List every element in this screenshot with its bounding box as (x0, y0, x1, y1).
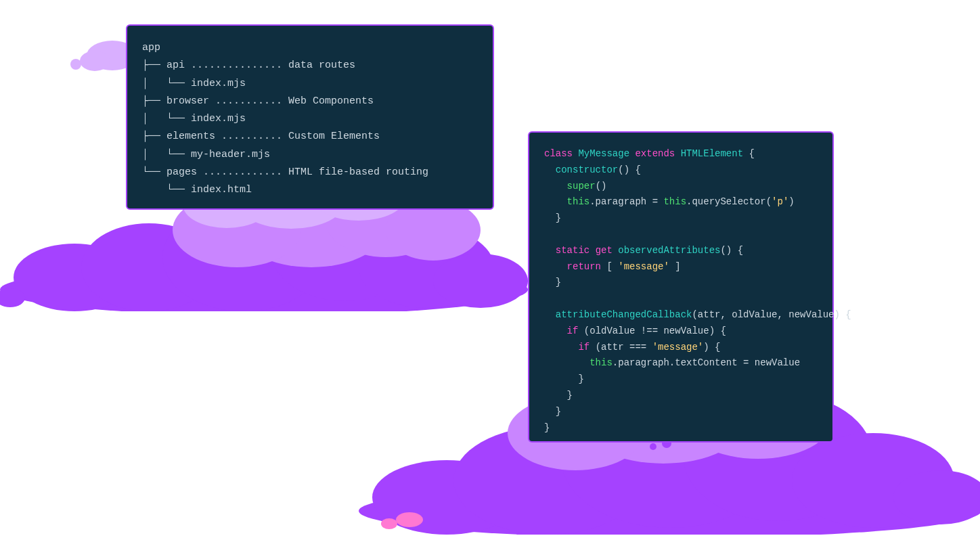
code-token: extends (635, 148, 680, 159)
code-token: super (567, 181, 596, 192)
code-token: if (567, 325, 584, 336)
code-token: } (544, 212, 561, 223)
code-token: ) (788, 196, 794, 207)
code-token: observedAttributes (618, 245, 720, 256)
code-token: HTMLElement (681, 148, 749, 159)
code-token: .querySelector( (686, 196, 772, 207)
tree-line: │ └── index.mjs (142, 78, 246, 89)
code-token: constructor (556, 164, 618, 175)
panel-code-class: class MyMessage extends HTMLElement { co… (528, 131, 834, 443)
code-token (544, 164, 556, 175)
tree-line: │ └── index.mjs (142, 113, 246, 125)
code-token: 'p' (772, 196, 788, 207)
code-token: } (544, 277, 561, 288)
code-token: this (663, 196, 686, 207)
code-token: () { (720, 245, 743, 256)
code-token: (oldValue !== newValue) { (584, 325, 726, 336)
code-token (544, 181, 567, 192)
code-token: ) { (703, 342, 720, 353)
tree-line: └── index.html (142, 184, 252, 196)
code-token: ] (669, 261, 681, 272)
code-token: 'message' (652, 342, 704, 353)
svg-point-31 (381, 518, 397, 529)
code-token: } (544, 422, 550, 433)
code-token (544, 261, 567, 272)
svg-point-6 (433, 254, 528, 308)
code-token: attributeChangedCallback (556, 309, 692, 320)
code-token: } (544, 406, 561, 417)
tree-line: ├── browser ........... Web Components (142, 95, 374, 107)
code-token (544, 325, 567, 336)
code-token: () { (618, 164, 641, 175)
code-token (544, 357, 589, 368)
code-token: [ (606, 261, 618, 272)
code-token (544, 309, 556, 320)
code-token: get (596, 245, 619, 256)
code-token: if (578, 342, 595, 353)
panel-directory-tree: app ├── api ............... data routes … (126, 24, 494, 210)
code-token (544, 196, 567, 207)
code-token: this (567, 196, 590, 207)
code-token: class (544, 148, 578, 159)
svg-point-33 (650, 443, 656, 450)
tree-line: app (142, 42, 160, 53)
svg-point-17 (70, 59, 81, 70)
code-token: (attr, oldValue, newValue) { (692, 309, 851, 320)
stage: app ├── api ............... data routes … (0, 0, 980, 540)
tree-line: ├── elements .......... Custom Elements (142, 131, 380, 142)
code-token (544, 342, 578, 353)
tree-line: └── pages ............. HTML file-based … (142, 166, 428, 178)
code-token: { (749, 148, 754, 159)
code-token: MyMessage (578, 148, 635, 159)
code-token: } (544, 390, 573, 401)
tree-line: │ └── my-header.mjs (142, 149, 270, 160)
code-token: static (556, 245, 596, 256)
svg-point-30 (396, 512, 423, 527)
code-token: .paragraph = (589, 196, 663, 207)
code-token: () (596, 181, 607, 192)
code-token: this (589, 357, 612, 368)
code-token: 'message' (618, 261, 669, 272)
svg-point-16 (80, 51, 110, 71)
tree-line: ├── api ............... data routes (142, 60, 355, 71)
code-token: (attr === (596, 342, 652, 353)
code-token (544, 245, 556, 256)
code-token: return (567, 261, 607, 272)
code-token: } (544, 374, 584, 384)
code-token: .paragraph.textContent = newValue (612, 357, 800, 368)
